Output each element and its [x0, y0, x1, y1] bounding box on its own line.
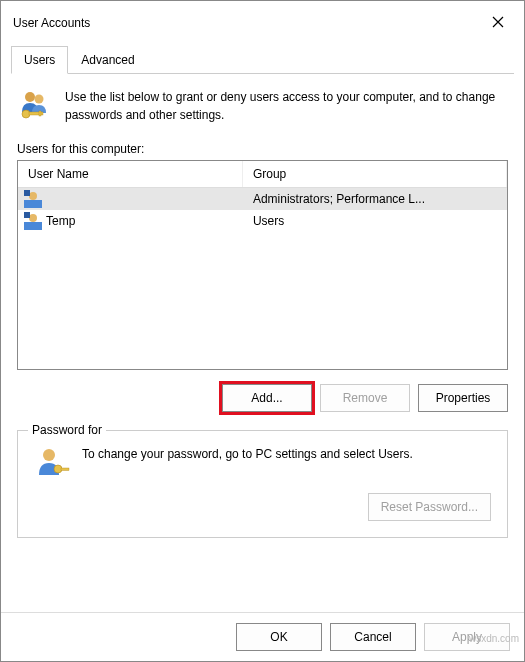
properties-button[interactable]: Properties	[418, 384, 508, 412]
remove-button: Remove	[320, 384, 410, 412]
cell-username: Temp	[46, 214, 75, 228]
titlebar: User Accounts	[1, 1, 524, 45]
user-key-icon	[34, 445, 70, 481]
cancel-button[interactable]: Cancel	[330, 623, 416, 651]
column-header-group[interactable]: Group	[243, 161, 507, 187]
intro-block: Use the list below to grant or deny user…	[17, 88, 508, 124]
column-header-username[interactable]: User Name	[18, 161, 243, 187]
window-title: User Accounts	[13, 16, 90, 30]
add-button[interactable]: Add...	[222, 384, 312, 412]
ok-button[interactable]: OK	[236, 623, 322, 651]
svg-rect-5	[24, 200, 42, 208]
list-body: Administrators; Performance L... Temp Us…	[18, 188, 507, 369]
tab-users[interactable]: Users	[11, 46, 68, 74]
reset-password-button: Reset Password...	[368, 493, 491, 521]
users-panel: Use the list below to grant or deny user…	[1, 74, 524, 612]
svg-rect-8	[24, 222, 42, 230]
password-text: To change your password, go to PC settin…	[82, 445, 413, 463]
svg-point-2	[22, 110, 30, 118]
password-fieldset: Password for To change your password, go…	[17, 430, 508, 538]
svg-rect-10	[24, 212, 30, 218]
svg-point-12	[54, 465, 62, 473]
users-list-label: Users for this computer:	[17, 142, 508, 156]
table-row[interactable]: Administrators; Performance L...	[18, 188, 507, 210]
svg-point-0	[25, 92, 35, 102]
list-header: User Name Group	[18, 161, 507, 188]
dialog-footer: OK Cancel Apply	[1, 612, 524, 661]
svg-point-6	[29, 192, 37, 200]
intro-text: Use the list below to grant or deny user…	[65, 88, 508, 124]
svg-rect-4	[39, 111, 41, 116]
tab-advanced[interactable]: Advanced	[68, 46, 147, 74]
users-listbox[interactable]: User Name Group Administrators; Performa…	[17, 160, 508, 370]
password-legend: Password for	[28, 423, 106, 437]
close-button[interactable]	[484, 9, 512, 37]
svg-point-9	[29, 214, 37, 222]
user-buttons-row: Add... Remove Properties	[17, 384, 508, 412]
cell-group: Administrators; Performance L...	[243, 192, 507, 206]
users-keys-icon	[17, 88, 53, 124]
close-icon	[492, 14, 504, 32]
user-avatar-icon	[24, 190, 42, 208]
tab-strip: Users Advanced	[11, 45, 514, 74]
user-accounts-window: User Accounts Users Advanced	[0, 0, 525, 662]
svg-point-11	[43, 449, 55, 461]
svg-rect-7	[24, 190, 30, 196]
user-avatar-icon	[24, 212, 42, 230]
table-row[interactable]: Temp Users	[18, 210, 507, 232]
svg-point-1	[35, 95, 44, 104]
cell-group: Users	[243, 214, 507, 228]
watermark-text: wsxdn.com	[469, 633, 519, 644]
svg-rect-13	[61, 468, 69, 471]
